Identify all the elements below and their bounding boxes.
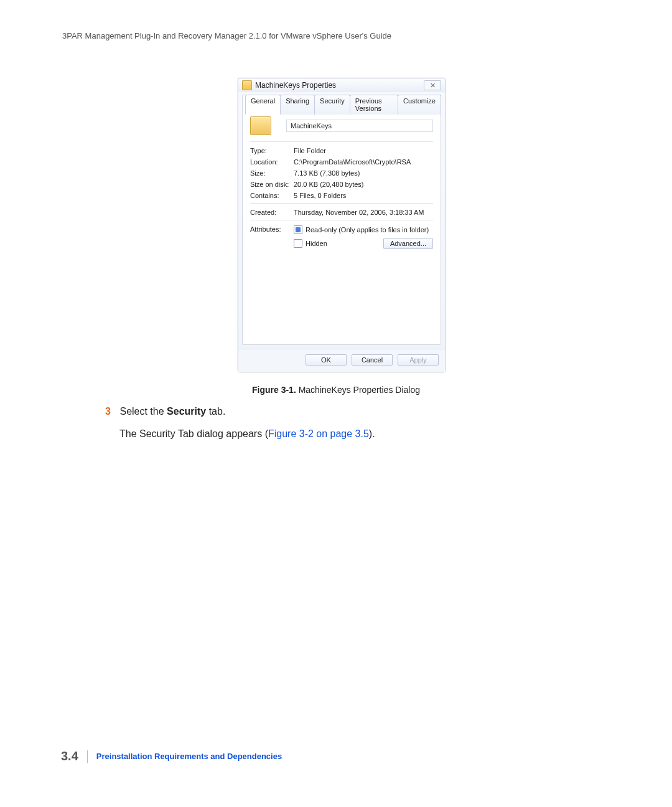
footer: 3.4 Preinstallation Requirements and Dep… (61, 749, 282, 763)
close-button[interactable]: ✕ (424, 80, 441, 90)
type-value: File Folder (294, 147, 433, 154)
titlebar: MachineKeys Properties ✕ (238, 78, 445, 92)
folder-icon (242, 80, 252, 90)
size-label: Size: (250, 169, 294, 177)
created-value: Thursday, November 02, 2006, 3:18:33 AM (294, 209, 433, 216)
hidden-label: Hidden (306, 240, 327, 247)
step-bold: Security (167, 406, 206, 417)
folder-name-field[interactable]: MachineKeys (286, 120, 433, 132)
chapter-title: Preinstallation Requirements and Depende… (96, 752, 282, 761)
contains-label: Contains: (250, 192, 294, 199)
figure-caption: Figure 3-1. MachineKeys Properties Dialo… (0, 385, 672, 395)
footer-divider (87, 750, 88, 763)
paragraph-2: The Security Tab dialog appears (Figure … (119, 428, 597, 440)
page-header: 3PAR Management Plug-In and Recovery Man… (62, 31, 391, 40)
tab-body: MachineKeys Type:File Folder Location:C:… (243, 109, 441, 344)
tabsheet: General Sharing Security Previous Versio… (242, 95, 441, 345)
big-folder-icon (250, 116, 271, 135)
ok-button[interactable]: OK (306, 354, 347, 366)
hidden-checkbox[interactable] (294, 239, 302, 248)
step-post: tab. (206, 406, 225, 417)
figure-label: Figure 3-1. (252, 385, 296, 395)
tab-customize[interactable]: Customize (398, 95, 441, 115)
para2-post: ). (369, 428, 375, 439)
sizeondisk-value: 20.0 KB (20,480 bytes) (294, 181, 433, 188)
readonly-row[interactable]: Read-only (Only applies to files in fold… (294, 225, 433, 234)
button-row: OK Cancel Apply (238, 349, 445, 372)
location-label: Location: (250, 158, 294, 166)
tab-general[interactable]: General (245, 95, 281, 115)
sizeondisk-label: Size on disk: (250, 181, 294, 188)
advanced-button[interactable]: Advanced... (383, 238, 433, 249)
type-label: Type: (250, 147, 294, 154)
attributes-label: Attributes: (250, 225, 294, 253)
step-pre: Select the (119, 406, 167, 417)
size-value: 7.13 KB (7,308 bytes) (294, 169, 433, 177)
page-number: 3.4 (61, 749, 78, 763)
cancel-button[interactable]: Cancel (352, 354, 393, 366)
tab-sharing[interactable]: Sharing (280, 95, 315, 115)
close-icon: ✕ (430, 82, 436, 90)
created-label: Created: (250, 209, 294, 216)
para2-pre: The Security Tab dialog appears ( (119, 428, 268, 439)
apply-button[interactable]: Apply (398, 354, 439, 366)
tab-previous-versions[interactable]: Previous Versions (350, 95, 398, 115)
readonly-label: Read-only (Only applies to files in fold… (306, 226, 429, 234)
tab-security[interactable]: Security (314, 95, 350, 115)
properties-dialog: MachineKeys Properties ✕ General Sharing… (238, 78, 446, 372)
location-value: C:\ProgramData\Microsoft\Crypto\RSA (294, 158, 433, 166)
tabbar: General Sharing Security Previous Versio… (245, 95, 441, 115)
dialog-title: MachineKeys Properties (255, 81, 424, 90)
contains-value: 5 Files, 0 Folders (294, 192, 433, 199)
step-number: 3 (100, 406, 111, 417)
readonly-checkbox[interactable] (294, 225, 302, 234)
figure-text: MachineKeys Properties Dialog (299, 385, 420, 395)
figure-link[interactable]: Figure 3-2 on page 3.5 (268, 428, 369, 439)
step-3: 3 Select the Security tab. (100, 406, 597, 417)
